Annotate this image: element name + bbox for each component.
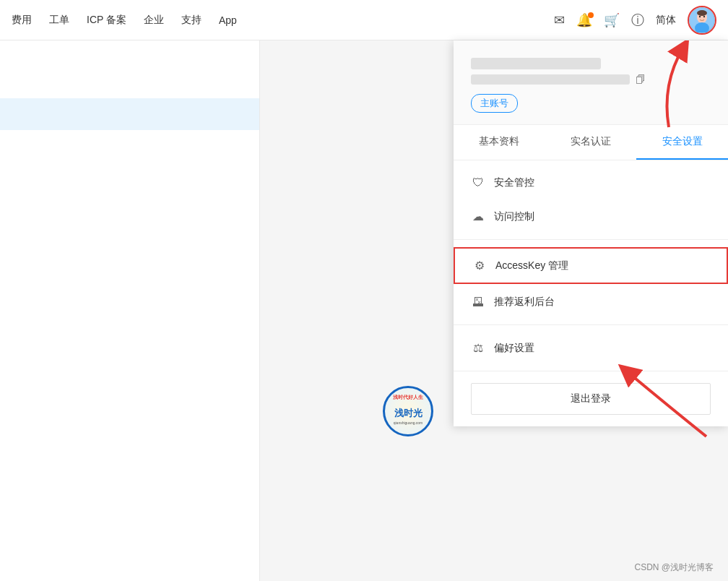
profile-id-row: 🗍 (471, 74, 711, 85)
avatar[interactable] (688, 6, 716, 35)
accesskey-highlight-box: ⚙ AccessKey 管理 (454, 247, 728, 284)
watermark-main-text: 浅时光 (394, 408, 423, 419)
menu-label-referral: 推荐返利后台 (494, 296, 555, 309)
tab-real-name[interactable]: 实名认证 (545, 125, 637, 160)
menu-item-referral[interactable]: 🗳 推荐返利后台 (454, 285, 728, 319)
language-selector[interactable]: 简体 (656, 14, 676, 27)
menu-item-access-control[interactable]: ☁ 访问控制 (454, 199, 728, 233)
bell-icon[interactable]: 🔔 (576, 12, 592, 28)
cart-icon[interactable]: 🛒 (604, 12, 620, 28)
tab-security[interactable]: 安全设置 (636, 125, 728, 160)
profile-id (471, 74, 630, 85)
tabs-row: 基本资料 实名认证 安全设置 (454, 125, 728, 160)
nav-item-ticket[interactable]: 工单 (49, 14, 69, 27)
sidebar (0, 40, 260, 581)
nav-item-support[interactable]: 支持 (181, 14, 202, 27)
menu-label-security-control: 安全管控 (494, 176, 534, 189)
shield-icon: 🛡 (471, 176, 485, 189)
watermark-top-text: 浅时代好人生 (393, 394, 423, 401)
settings-icon: ⚖ (471, 341, 485, 355)
sidebar-highlight (0, 98, 259, 130)
menu-label-preferences: 偏好设置 (494, 342, 534, 355)
copy-icon[interactable]: 🗍 (636, 74, 646, 85)
main-area: 🗍 主账号 基本资料 实名认证 安全设置 🛡 安全管控 ☁ 访问控制 (0, 40, 728, 581)
menu-label-accesskey: AccessKey 管理 (495, 259, 568, 272)
svg-point-4 (703, 15, 705, 17)
watermark-circle: 浅时代好人生 浅时光 qianshiguang.com (383, 386, 433, 436)
tab-basic-info[interactable]: 基本资料 (454, 125, 545, 160)
nav-item-costs[interactable]: 费用 (12, 14, 32, 27)
account-type-badge[interactable]: 主账号 (471, 94, 518, 113)
csdn-label: CSDN @浅时光博客 (634, 561, 714, 574)
profile-name (471, 58, 601, 69)
gift-icon: 🗳 (471, 296, 485, 309)
avatar-image (689, 7, 715, 33)
menu-section-preferences: ⚖ 偏好设置 (454, 325, 728, 371)
profile-section: 🗍 主账号 (454, 40, 728, 125)
logout-button[interactable]: 退出登录 (471, 383, 711, 415)
menu-item-accesskey[interactable]: ⚙ AccessKey 管理 (455, 249, 727, 283)
cloud-icon: ☁ (471, 210, 485, 223)
navbar-right: ✉ 🔔 🛒 ⓘ 简体 (554, 6, 716, 35)
dropdown-panel: 🗍 主账号 基本资料 实名认证 安全设置 🛡 安全管控 ☁ 访问控制 (454, 40, 728, 426)
watermark-sub-text: qianshiguang.com (394, 421, 423, 425)
message-icon[interactable]: ✉ (554, 12, 565, 28)
navbar: 费用 工单 ICP 备案 企业 支持 App ✉ 🔔 🛒 ⓘ 简体 (0, 0, 728, 40)
svg-point-3 (699, 15, 701, 17)
navbar-left: 费用 工单 ICP 备案 企业 支持 App (12, 14, 554, 27)
menu-section-security: 🛡 安全管控 ☁ 访问控制 (454, 160, 728, 240)
menu-section-accesskey: ⚙ AccessKey 管理 🗳 推荐返利后台 (454, 240, 728, 325)
nav-item-enterprise[interactable]: 企业 (144, 14, 164, 27)
key-icon: ⚙ (472, 259, 487, 272)
svg-point-5 (697, 10, 707, 16)
menu-label-access-control: 访问控制 (494, 210, 534, 223)
menu-item-security-control[interactable]: 🛡 安全管控 (454, 166, 728, 199)
menu-item-preferences[interactable]: ⚖ 偏好设置 (454, 331, 728, 365)
watermark: 浅时代好人生 浅时光 qianshiguang.com (383, 386, 433, 436)
logout-section: 退出登录 (454, 371, 728, 426)
nav-item-icp[interactable]: ICP 备案 (87, 14, 126, 27)
help-icon[interactable]: ⓘ (631, 12, 644, 29)
nav-item-app[interactable]: App (219, 14, 237, 26)
